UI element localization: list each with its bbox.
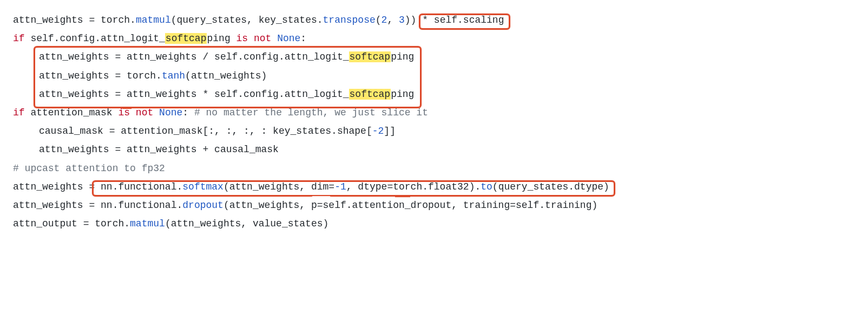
- operator: =: [89, 200, 95, 211]
- highlight-softcap: softcap: [349, 51, 391, 62]
- text: attn_weights: [39, 70, 115, 81]
- fn-to: to: [481, 181, 492, 192]
- text: ,: [387, 15, 399, 25]
- code-line-5: attn_weights = torch.tanh(attn_weights): [13, 67, 855, 85]
- text: nn.functional.: [95, 200, 182, 211]
- text: :: [182, 107, 194, 118]
- keyword-not: not: [136, 107, 153, 118]
- text: self.attention_dropout, training: [323, 200, 510, 211]
- keyword-none: None: [159, 107, 182, 118]
- text: ping: [391, 51, 414, 62]
- highlight-softcap: softcap: [349, 89, 391, 100]
- text: attn_weights: [13, 181, 89, 192]
- text: self.config.attn_logit_: [208, 89, 348, 100]
- text: causal_mask: [39, 126, 109, 136]
- operator: =: [328, 181, 334, 192]
- text: )): [405, 15, 422, 25]
- highlight-softcap: softcap: [165, 33, 207, 44]
- text: nn.functional.: [95, 181, 182, 192]
- text: (query_states, key_states.: [171, 15, 323, 25]
- text: (attn_weights): [185, 70, 267, 81]
- text: self.config.attn_logit_: [25, 33, 165, 44]
- text: torch.: [95, 15, 136, 25]
- text: attn_weights: [39, 144, 115, 155]
- text: ]]: [384, 126, 396, 136]
- text: attn_weights: [121, 89, 202, 100]
- keyword-none: None: [277, 33, 300, 44]
- text: attn_weights: [39, 51, 115, 62]
- number: 3: [399, 15, 405, 25]
- number: 2: [382, 15, 387, 25]
- operator: =: [115, 144, 121, 155]
- code-line-3: if self.config.attn_logit_softcapping is…: [13, 29, 855, 48]
- keyword-if: if: [13, 33, 25, 44]
- text: attn_weights: [39, 89, 115, 100]
- comment: # no matter the length, we just slice it: [194, 107, 428, 118]
- text: ping: [207, 33, 236, 44]
- text: attn_weights: [13, 15, 89, 25]
- operator: =: [510, 200, 516, 211]
- operator: =: [317, 200, 323, 211]
- code-block: attn_weights = torch.matmul(query_states…: [13, 11, 855, 233]
- operator: =: [115, 70, 121, 81]
- number: -1: [334, 181, 346, 192]
- operator: *: [422, 15, 428, 25]
- operator: =: [387, 181, 393, 192]
- code-line-6: attn_weights = attn_weights * self.confi…: [13, 85, 855, 103]
- code-line-9: attn_weights = attn_weights + causal_mas…: [13, 140, 855, 159]
- operator: /: [202, 51, 208, 62]
- operator: =: [109, 126, 115, 136]
- space: [271, 33, 277, 44]
- operator: =: [89, 181, 95, 192]
- text: (attn_weights, p: [223, 200, 317, 211]
- number: -2: [372, 126, 384, 136]
- text: (attn_weights, value_states): [165, 218, 328, 229]
- text: :: [300, 33, 306, 44]
- text: , dtype: [346, 181, 387, 192]
- keyword-if: if: [13, 107, 25, 118]
- text: causal_mask: [208, 144, 279, 155]
- operator: =: [115, 89, 121, 100]
- keyword-is: is: [118, 107, 130, 118]
- space: [248, 33, 254, 44]
- text: ping: [391, 89, 414, 100]
- code-line-14: attn_output = torch.matmul(attn_weights,…: [13, 214, 855, 233]
- operator: =: [115, 51, 121, 62]
- comment: # upcast attention to fp32: [13, 163, 165, 174]
- fn-dropout: dropout: [182, 200, 223, 211]
- text: attention_mask[:, :, :, : key_states.sha…: [115, 126, 372, 136]
- fn-matmul: matmul: [136, 15, 171, 25]
- code-line-13: attn_weights = nn.functional.dropout(att…: [13, 196, 855, 214]
- text: self.scaling: [428, 15, 504, 25]
- space: [153, 107, 159, 118]
- operator: *: [202, 89, 208, 100]
- keyword-is: is: [236, 33, 248, 44]
- text: torch.: [121, 70, 162, 81]
- text: attention_mask: [25, 107, 119, 118]
- operator: +: [202, 144, 208, 155]
- fn-softmax: softmax: [182, 181, 223, 192]
- text: torch.float32).: [393, 181, 481, 192]
- text: (attn_weights, dim: [223, 181, 328, 192]
- keyword-not: not: [254, 33, 271, 44]
- fn-tanh: tanh: [162, 70, 185, 81]
- code-line-1: attn_weights = torch.matmul(query_states…: [13, 11, 855, 29]
- code-line-8: causal_mask = attention_mask[:, :, :, : …: [13, 122, 855, 140]
- text: (: [376, 15, 382, 25]
- operator: =: [83, 218, 89, 229]
- code-line-12: attn_weights = nn.functional.softmax(att…: [13, 178, 855, 196]
- text: torch.: [89, 218, 130, 229]
- space: [130, 107, 136, 118]
- text: attn_weights: [121, 51, 202, 62]
- fn-transpose: transpose: [323, 15, 376, 25]
- fn-matmul: matmul: [130, 218, 165, 229]
- operator: =: [89, 15, 95, 25]
- text: (query_states.dtype): [492, 181, 609, 192]
- text: attn_weights: [121, 144, 202, 155]
- text: attn_output: [13, 218, 83, 229]
- code-line-7: if attention_mask is not None: # no matt…: [13, 103, 855, 122]
- text: attn_weights: [13, 200, 89, 211]
- code-line-4: attn_weights = attn_weights / self.confi…: [13, 48, 855, 66]
- code-line-11: # upcast attention to fp32: [13, 159, 855, 178]
- text: self.config.attn_logit_: [208, 51, 348, 62]
